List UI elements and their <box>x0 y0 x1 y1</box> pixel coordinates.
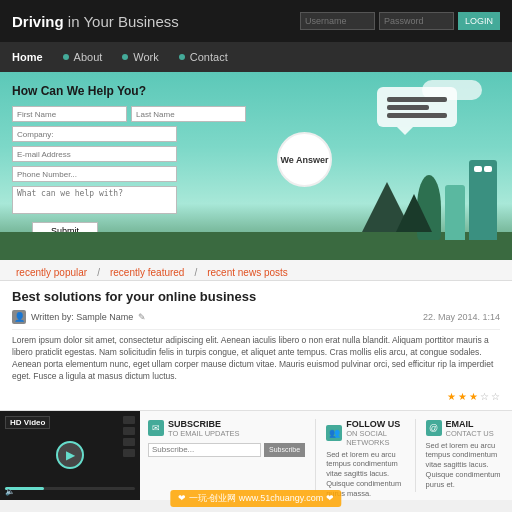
phone-input[interactable] <box>12 166 177 182</box>
email-input[interactable] <box>12 146 177 162</box>
article-body: Lorem ipsum dolor sit amet, consectetur … <box>12 335 500 383</box>
widgets-right: ✉ SUBSCRIBE TO EMAIL UPDATES Subscribe 👥… <box>140 411 512 500</box>
nav-dot-contact <box>179 54 185 60</box>
volume-icon: 🔈 <box>5 487 15 496</box>
logo-normal: in Your Business <box>64 13 179 30</box>
star-rating: ★ ★ ★ ☆ ☆ <box>12 391 500 402</box>
star-2: ★ <box>458 391 467 402</box>
email-sub: CONTACT US <box>446 429 494 438</box>
tab-featured[interactable]: recently featured <box>106 265 189 280</box>
nav-label-about: About <box>74 51 103 63</box>
speech-line-2 <box>387 105 429 110</box>
nav-item-contact[interactable]: Contact <box>179 51 228 63</box>
hero-section: How Can We Help You? Submit We Answer <box>0 72 512 260</box>
navigation: Home About Work Contact <box>0 42 512 72</box>
follow-title: FOLLOW US <box>346 419 404 429</box>
email-title: EMAIL <box>446 419 494 429</box>
login-area: LOGIN <box>300 12 500 30</box>
star-3: ★ <box>469 391 478 402</box>
email-widget: @ EMAIL CONTACT US Sed et lorem eu arcu … <box>426 419 504 492</box>
nav-label-contact: Contact <box>190 51 228 63</box>
follow-title-area: FOLLOW US ON SOCIAL NETWORKS <box>346 419 404 447</box>
company-row <box>12 126 177 142</box>
widget-divider-1 <box>315 419 316 492</box>
login-button[interactable]: LOGIN <box>458 12 500 30</box>
hd-badge: HD Video <box>5 416 50 429</box>
help-textarea[interactable] <box>12 186 177 214</box>
email-row <box>12 146 177 162</box>
nav-label-work: Work <box>133 51 158 63</box>
email-title-area: EMAIL CONTACT US <box>446 419 494 438</box>
edit-icon: ✎ <box>138 312 146 322</box>
mountain-2 <box>396 194 432 232</box>
tab-news[interactable]: recent news posts <box>203 265 292 280</box>
speech-line-1 <box>387 97 447 102</box>
nav-dot-work <box>122 54 128 60</box>
author-info: Written by: Sample Name ✎ <box>12 310 146 324</box>
we-answer-bubble: We Answer <box>277 132 332 187</box>
video-icon-4 <box>123 449 135 457</box>
content-tabs: recently popular / recently featured / r… <box>0 260 512 281</box>
email-icon: @ <box>426 420 442 436</box>
subscribe-input-row: Subscribe <box>148 443 305 457</box>
star-5: ☆ <box>491 391 500 402</box>
author-icon <box>12 310 26 324</box>
pixel-char-big <box>469 160 497 240</box>
subscribe-widget: ✉ SUBSCRIBE TO EMAIL UPDATES Subscribe <box>148 419 305 492</box>
speech-line-3 <box>387 113 447 118</box>
video-icon-2 <box>123 427 135 435</box>
nav-dot-about <box>63 54 69 60</box>
subscribe-icon: ✉ <box>148 420 164 436</box>
phone-row <box>12 166 177 182</box>
speech-bubble <box>377 87 457 127</box>
last-name-input[interactable] <box>131 106 246 122</box>
email-header: @ EMAIL CONTACT US <box>426 419 504 438</box>
nav-label-home: Home <box>12 51 43 63</box>
video-icons <box>123 416 135 457</box>
author-name: Written by: Sample Name <box>31 312 133 322</box>
watermark: ❤ 一玩·创业网 www.51chuangy.com ❤ <box>170 490 341 507</box>
subscribe-title: SUBSCRIBE <box>168 419 240 429</box>
subscribe-header: ✉ SUBSCRIBE TO EMAIL UPDATES <box>148 419 305 438</box>
star-1: ★ <box>447 391 456 402</box>
bottom-widgets: HD Video ▶ 🔈 ✉ SUBSCRIBE TO EMAIL UPDATE… <box>0 410 512 500</box>
author-row: Written by: Sample Name ✎ 22. May 2014. … <box>12 310 500 324</box>
nav-item-work[interactable]: Work <box>122 51 158 63</box>
nav-item-about[interactable]: About <box>63 51 103 63</box>
pixel-art-area <box>312 72 512 260</box>
username-input[interactable] <box>300 12 375 30</box>
contact-form: Submit <box>12 106 177 240</box>
follow-sub: ON SOCIAL NETWORKS <box>346 429 404 447</box>
article-date: 22. May 2014. 1:14 <box>423 312 500 322</box>
subscribe-button[interactable]: Subscribe <box>264 443 305 457</box>
first-name-input[interactable] <box>12 106 127 122</box>
follow-widget: 👥 FOLLOW US ON SOCIAL NETWORKS Sed et lo… <box>326 419 404 492</box>
tab-sep-2: / <box>190 265 201 280</box>
name-row <box>12 106 177 122</box>
article-content: Best solutions for your online business … <box>0 281 512 410</box>
subscribe-title-area: SUBSCRIBE TO EMAIL UPDATES <box>168 419 240 438</box>
video-play-button[interactable]: ▶ <box>56 441 84 469</box>
video-icon-1 <box>123 416 135 424</box>
nav-item-home[interactable]: Home <box>12 51 43 63</box>
speech-lines <box>387 94 447 121</box>
video-icon-3 <box>123 438 135 446</box>
video-widget: HD Video ▶ 🔈 <box>0 411 140 500</box>
subscribe-sub: TO EMAIL UPDATES <box>168 429 240 438</box>
follow-header: 👥 FOLLOW US ON SOCIAL NETWORKS <box>326 419 404 447</box>
subscribe-input[interactable] <box>148 443 261 457</box>
site-logo: Driving in Your Business <box>12 13 179 30</box>
password-input[interactable] <box>379 12 454 30</box>
tab-popular[interactable]: recently popular <box>12 265 91 280</box>
content-divider <box>12 329 500 330</box>
star-4: ☆ <box>480 391 489 402</box>
email-text: Sed et lorem eu arcu tempus condimentum … <box>426 441 504 490</box>
follow-icon: 👥 <box>326 425 342 441</box>
we-answer-text: We Answer <box>280 155 328 165</box>
pixel-char-small <box>445 185 465 240</box>
article-title: Best solutions for your online business <box>12 289 500 304</box>
header: Driving in Your Business LOGIN <box>0 0 512 42</box>
play-icon: ▶ <box>66 448 75 462</box>
widget-divider-2 <box>415 419 416 492</box>
company-input[interactable] <box>12 126 177 142</box>
